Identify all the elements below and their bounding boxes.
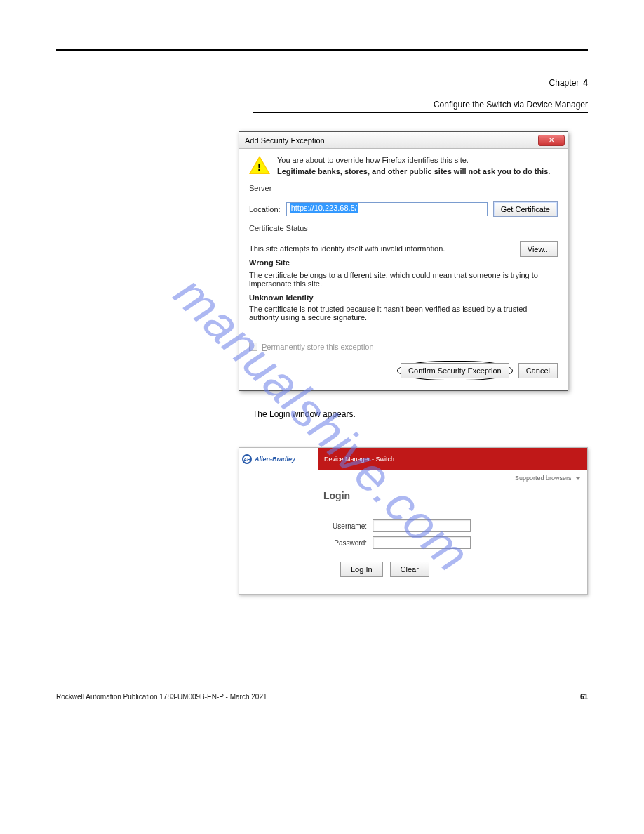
- wrong-site-text: The certificate belongs to a different s…: [249, 271, 558, 288]
- cert-status-label: Certificate Status: [249, 224, 558, 232]
- login-button[interactable]: Log In: [340, 562, 383, 577]
- section-title: Configure the Switch via Device Manager: [56, 100, 588, 110]
- view-button[interactable]: View...: [520, 241, 558, 257]
- security-exception-dialog: Add Security Exception ✕ ! You are about…: [239, 131, 568, 391]
- unknown-identity-text: The certificate is not trusted because i…: [249, 305, 558, 322]
- page-number: 61: [580, 693, 588, 701]
- unknown-identity-heading: Unknown Identity: [249, 293, 558, 302]
- login-window: AB Allen-Bradley Device Manager - Switch…: [239, 447, 588, 595]
- location-input[interactable]: https://10.223.68.5/: [286, 202, 488, 216]
- login-title: Login: [323, 490, 566, 501]
- perm-store-label: Permanently store this exception: [262, 343, 374, 351]
- wrong-site-heading: Wrong Site: [249, 258, 513, 267]
- password-label: Password:: [323, 539, 367, 547]
- username-label: Username:: [323, 522, 367, 530]
- warn-line-2: Legitimate banks, stores, and other publ…: [277, 167, 550, 176]
- perm-store-checkbox: [249, 343, 257, 351]
- location-label: Location:: [249, 205, 281, 213]
- cert-status-text: This site attempts to identify itself wi…: [249, 244, 513, 253]
- confirm-highlight-oval: Confirm Security Exception: [397, 361, 513, 380]
- username-input[interactable]: [373, 519, 471, 532]
- confirm-security-exception-button[interactable]: Confirm Security Exception: [401, 363, 509, 378]
- device-manager-header: Device Manager - Switch: [318, 448, 587, 470]
- footer-publication: Rockwell Automation Publication 1783-UM0…: [56, 693, 267, 701]
- cancel-button[interactable]: Cancel: [518, 363, 558, 378]
- get-certificate-button[interactable]: Get Certificate: [493, 201, 558, 217]
- dialog-title: Add Security Exception: [245, 136, 538, 145]
- supported-browsers-link[interactable]: Supported browsers: [515, 475, 572, 482]
- close-icon[interactable]: ✕: [538, 135, 565, 146]
- brand-logo-icon: AB: [242, 454, 252, 464]
- warning-icon: !: [249, 156, 270, 177]
- clear-button[interactable]: Clear: [390, 562, 429, 577]
- chapter-number: 4: [583, 78, 588, 88]
- warn-line-1: You are about to override how Firefox id…: [277, 156, 550, 164]
- brand-text: Allen-Bradley: [255, 456, 295, 463]
- chevron-down-icon: [576, 477, 580, 480]
- password-input[interactable]: [373, 536, 471, 549]
- chapter-label: Chapter: [549, 78, 579, 88]
- brand-block: AB Allen-Bradley: [239, 448, 318, 470]
- login-step-text: The Login window appears.: [253, 409, 588, 419]
- server-label: Server: [249, 184, 558, 192]
